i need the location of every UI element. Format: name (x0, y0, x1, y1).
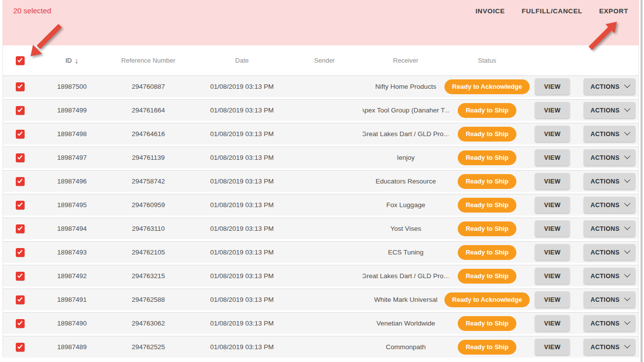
view-button[interactable]: VIEW (535, 126, 570, 142)
cell-date: 01/08/2019 03:13 PM (198, 225, 286, 232)
select-all-checkbox[interactable] (16, 56, 25, 65)
actions-button[interactable]: ACTIONS (584, 78, 635, 95)
view-button[interactable]: VIEW (535, 78, 570, 95)
actions-button-label: ACTIONS (590, 178, 619, 185)
cell-date: 01/08/2019 03:13 PM (198, 130, 286, 138)
view-button[interactable]: VIEW (535, 339, 570, 355)
row-checkbox[interactable] (16, 319, 25, 328)
table-row: 18987498 294764616 01/08/2019 03:13 PM G… (3, 123, 639, 145)
cell-reference-number: 294762588 (99, 296, 198, 303)
view-button[interactable]: VIEW (535, 102, 570, 118)
table-row: 18987493 294762105 01/08/2019 03:13 PM E… (3, 241, 639, 263)
table-row: 18987490 294763062 01/08/2019 03:13 PM V… (3, 312, 639, 334)
status-badge: Ready to Ship (458, 174, 516, 189)
cell-receiver: Venetian Worldwide (363, 320, 449, 327)
row-checkbox[interactable] (16, 343, 25, 352)
cell-id: 18987495 (45, 201, 99, 209)
actions-button[interactable]: ACTIONS (584, 173, 635, 189)
view-button[interactable]: VIEW (535, 173, 570, 189)
table-row: 18987496 294758742 01/08/2019 03:13 PM E… (3, 170, 639, 192)
cell-id: 18987489 (45, 343, 99, 351)
chevron-down-icon (624, 295, 630, 301)
cell-id: 18987498 (45, 130, 99, 138)
cell-id: 18987490 (45, 320, 99, 327)
cell-receiver: Great Lakes Dart / GLD Pro… (363, 272, 449, 280)
cell-id: 18987494 (45, 225, 99, 232)
table-header: ID ↓ Reference Number Date Sender Receiv… (3, 45, 639, 75)
view-button[interactable]: VIEW (535, 244, 570, 260)
actions-button-label: ACTIONS (590, 202, 619, 209)
cell-reference-number: 294758742 (99, 178, 198, 185)
check-icon (17, 178, 22, 183)
actions-button[interactable]: ACTIONS (584, 149, 635, 166)
cell-id: 18987493 (45, 249, 99, 256)
table-row: 18987499 294761664 01/08/2019 03:13 PM A… (3, 99, 639, 121)
cell-date: 01/08/2019 03:13 PM (198, 272, 286, 280)
row-checkbox[interactable] (16, 82, 25, 91)
table-row: 18987495 294760959 01/08/2019 03:13 PM F… (3, 194, 639, 216)
invoice-button[interactable]: INVOICE (475, 6, 505, 16)
cell-date: 01/08/2019 03:13 PM (198, 178, 286, 185)
cell-date: 01/08/2019 03:13 PM (198, 296, 286, 303)
table-row: 18987500 294760887 01/08/2019 03:13 PM N… (3, 75, 639, 97)
cell-id: 18987500 (45, 83, 99, 90)
status-badge: Ready to Ship (458, 245, 516, 260)
row-checkbox[interactable] (16, 224, 25, 233)
column-header-receiver[interactable]: Receiver (393, 57, 418, 64)
actions-button-label: ACTIONS (590, 344, 619, 351)
check-icon (17, 202, 22, 207)
cell-id: 18987492 (45, 272, 99, 280)
view-button[interactable]: VIEW (535, 220, 570, 237)
actions-button[interactable]: ACTIONS (584, 315, 635, 331)
column-header-id[interactable]: ID (66, 57, 72, 64)
row-checkbox[interactable] (16, 295, 25, 304)
actions-button[interactable]: ACTIONS (584, 126, 635, 142)
cell-receiver: ECS Tuning (363, 249, 449, 256)
status-badge: Ready to Ship (458, 221, 516, 236)
cell-reference-number: 294761664 (99, 107, 198, 114)
column-header-reference-number[interactable]: Reference Number (121, 57, 175, 64)
view-button[interactable]: VIEW (535, 197, 570, 213)
row-checkbox[interactable] (16, 177, 25, 186)
cell-reference-number: 294760887 (99, 83, 198, 90)
view-button[interactable]: VIEW (535, 315, 570, 331)
actions-button[interactable]: ACTIONS (584, 197, 635, 213)
table-row: 18987489 294762525 01/08/2019 03:13 PM C… (3, 336, 639, 358)
row-checkbox[interactable] (16, 106, 25, 115)
view-button[interactable]: VIEW (535, 291, 570, 308)
selected-count: 20 selected (13, 6, 51, 15)
column-header-status[interactable]: Status (478, 57, 496, 64)
check-icon (17, 344, 22, 349)
cell-date: 01/08/2019 03:13 PM (198, 249, 286, 256)
cell-receiver: White Mark Universal (363, 296, 449, 303)
actions-button[interactable]: ACTIONS (584, 220, 635, 237)
actions-button[interactable]: ACTIONS (584, 339, 635, 355)
cell-reference-number: 294763215 (99, 272, 198, 280)
status-badge: Ready to Ship (458, 103, 516, 118)
table-row: 18987497 294761139 01/08/2019 03:13 PM I… (3, 146, 639, 168)
row-checkbox[interactable] (16, 272, 25, 281)
cell-receiver: Nifty Home Products (363, 83, 449, 90)
actions-button[interactable]: ACTIONS (584, 268, 635, 284)
row-checkbox[interactable] (16, 201, 25, 210)
column-header-sender[interactable]: Sender (314, 57, 335, 64)
status-badge: Ready to Ship (458, 316, 516, 331)
row-checkbox[interactable] (16, 153, 25, 162)
cell-id: 18987491 (45, 296, 99, 303)
view-button[interactable]: VIEW (535, 149, 570, 166)
view-button[interactable]: VIEW (535, 268, 570, 284)
scrollbar[interactable] (641, 0, 643, 362)
row-checkbox[interactable] (16, 248, 25, 257)
cell-receiver: Fox Luggage (363, 201, 449, 209)
table-body: 18987500 294760887 01/08/2019 03:13 PM N… (3, 75, 639, 358)
fulfill-cancel-button[interactable]: FULFILL/CANCEL (522, 6, 582, 16)
actions-button[interactable]: ACTIONS (584, 102, 635, 118)
actions-button[interactable]: ACTIONS (584, 291, 635, 308)
actions-button[interactable]: ACTIONS (584, 244, 635, 260)
export-button[interactable]: EXPORT (599, 6, 628, 16)
row-checkbox[interactable] (16, 130, 25, 139)
status-badge: Ready to Acknowledge (444, 79, 530, 94)
chevron-down-icon (624, 153, 630, 159)
column-header-date[interactable]: Date (235, 57, 248, 64)
cell-receiver: Yost Vises (363, 225, 449, 232)
